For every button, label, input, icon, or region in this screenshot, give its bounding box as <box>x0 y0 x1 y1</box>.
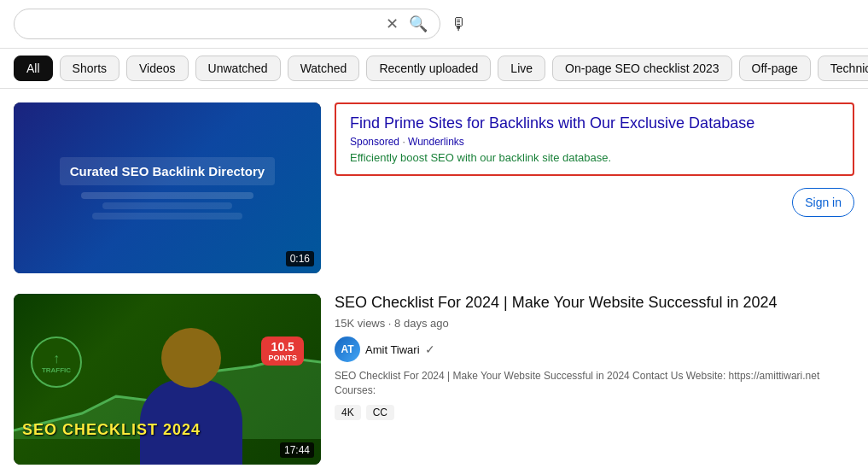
video-info: SEO Checklist For 2024 | Make Your Websi… <box>335 294 854 465</box>
video-title[interactable]: SEO Checklist For 2024 | Make Your Websi… <box>335 294 854 312</box>
ad-info-box: Find Prime Sites for Backlinks with Our … <box>335 102 854 176</box>
filter-tab-watched[interactable]: Watched <box>288 56 360 81</box>
verified-icon: ✓ <box>425 342 435 356</box>
video-desc: SEO Checklist For 2024 | Make Your Websi… <box>335 369 854 398</box>
mic-button[interactable]: 🎙 <box>451 15 468 34</box>
points-badge: 10.5 POINTS <box>261 336 304 366</box>
ad-duration-badge: 0:16 <box>286 251 314 266</box>
channel-row: AT Amit Tiwari ✓ <box>335 336 854 362</box>
ad-title-link[interactable]: Find Prime Sites for Backlinks with Our … <box>350 114 839 132</box>
ad-container: Curated SEO Backlink Directory 0:16 Find… <box>14 102 854 273</box>
filter-tab-onpage-seo[interactable]: On-page SEO checklist 2023 <box>552 56 732 81</box>
video-meta: 15K views · 8 days ago <box>335 317 854 330</box>
sign-in-container: Sign in <box>792 188 854 217</box>
search-icon: 🔍 <box>409 15 428 32</box>
ad-sponsored: Sponsored · Wunderlinks <box>350 136 839 148</box>
tag-4k: 4K <box>335 405 361 420</box>
video-container: ↑ TRAFFIC 10.5 POINTS SEO CHECKLIST 2024… <box>14 294 854 465</box>
ad-advertiser[interactable]: Wunderlinks <box>408 136 464 148</box>
tag-cc: CC <box>366 405 394 420</box>
filter-tab-all[interactable]: All <box>14 56 53 81</box>
video-uploaded: 8 days ago <box>394 317 449 330</box>
search-clear-button[interactable]: ✕ <box>382 15 402 33</box>
traffic-badge: ↑ TRAFFIC <box>31 336 82 388</box>
search-input[interactable]: seo checklist <box>26 16 376 32</box>
filter-tab-videos[interactable]: Videos <box>126 56 189 81</box>
video-tags: 4K CC <box>335 405 854 420</box>
search-submit-button[interactable]: 🔍 <box>409 15 428 33</box>
filter-tab-offpage[interactable]: Off-page <box>739 56 811 81</box>
sign-in-button[interactable]: Sign in <box>792 188 854 217</box>
search-bar-container: seo checklist ✕ 🔍 🎙 <box>0 0 868 49</box>
channel-name[interactable]: Amit Tiwari <box>365 343 420 356</box>
clear-icon: ✕ <box>386 15 399 32</box>
filter-tab-recently-uploaded[interactable]: Recently uploaded <box>366 56 491 81</box>
filter-tabs: All Shorts Videos Unwatched Watched Rece… <box>0 49 868 89</box>
video-views: 15K views <box>335 317 385 330</box>
mic-icon: 🎙 <box>451 15 468 33</box>
filter-tab-technical[interactable]: Technical <box>818 56 868 81</box>
video-thumbnail[interactable]: ↑ TRAFFIC 10.5 POINTS SEO CHECKLIST 2024… <box>14 294 321 465</box>
ad-thumbnail[interactable]: Curated SEO Backlink Directory 0:16 <box>14 102 321 273</box>
filter-tab-unwatched[interactable]: Unwatched <box>195 56 281 81</box>
main-content: Curated SEO Backlink Directory 0:16 Find… <box>0 89 868 474</box>
ad-description: Efficiently boost SEO with our backlink … <box>350 151 839 164</box>
filter-tab-live[interactable]: Live <box>498 56 545 81</box>
filter-tab-shorts[interactable]: Shorts <box>60 56 119 81</box>
video-duration-badge: 17:44 <box>280 442 314 458</box>
search-box: seo checklist ✕ 🔍 <box>14 9 440 39</box>
ad-thumb-title: Curated SEO Backlink Directory <box>60 157 275 185</box>
seo-label: SEO CHECKLIST 2024 <box>22 421 201 439</box>
channel-avatar: AT <box>335 336 360 362</box>
